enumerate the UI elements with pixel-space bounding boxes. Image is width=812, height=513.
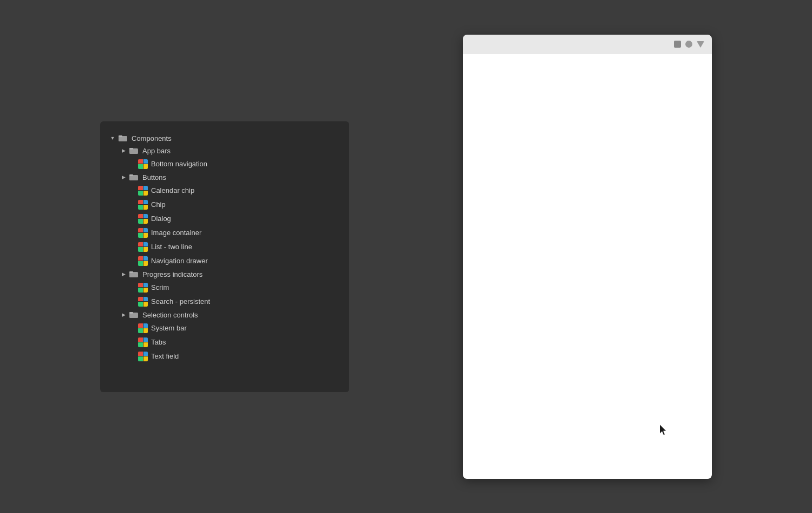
selection-controls-label: Selection controls (142, 311, 198, 319)
svg-rect-3 (129, 148, 133, 150)
cursor-icon (660, 425, 669, 436)
tree-root[interactable]: ▼ Components (106, 132, 344, 145)
search-persistent-icon (138, 297, 148, 307)
preview-panel (463, 35, 712, 479)
progress-indicators-arrow: ▶ (120, 270, 127, 278)
dialog-icon (138, 214, 148, 224)
preview-content (463, 54, 712, 479)
tree-item-chip[interactable]: Chip (106, 198, 344, 212)
calendar-chip-label: Calendar chip (151, 186, 194, 194)
tree-item-image-container[interactable]: Image container (106, 226, 344, 240)
preview-titlebar (463, 35, 712, 54)
progress-indicators-label: Progress indicators (142, 270, 202, 278)
tree-item-navigation-drawer[interactable]: Navigation drawer (106, 254, 344, 268)
tabs-icon (138, 337, 148, 347)
tree-item-scrim[interactable]: Scrim (106, 281, 344, 295)
root-folder-icon (119, 134, 128, 142)
navigation-drawer-icon (138, 256, 148, 266)
tree-item-search-persistent[interactable]: Search - persistent (106, 295, 344, 309)
tree-item-tabs[interactable]: Tabs (106, 335, 344, 349)
svg-rect-7 (129, 271, 133, 273)
image-container-icon (138, 228, 148, 238)
scrim-label: Scrim (151, 283, 169, 291)
tree-item-dialog[interactable]: Dialog (106, 212, 344, 226)
root-label: Components (132, 134, 172, 142)
selection-controls-folder-icon (129, 311, 139, 319)
app-bars-folder-icon (129, 147, 139, 154)
titlebar-triangle-btn[interactable] (697, 41, 704, 48)
tree-item-list-two-line[interactable]: List - two line (106, 240, 344, 254)
buttons-label: Buttons (142, 173, 166, 181)
tree-item-buttons[interactable]: ▶ Buttons (106, 171, 344, 184)
calendar-chip-icon (138, 186, 148, 196)
svg-rect-1 (119, 135, 122, 137)
tree-item-system-bar[interactable]: System bar (106, 321, 344, 335)
list-two-line-label: List - two line (151, 243, 192, 251)
tree-item-text-field[interactable]: Text field (106, 349, 344, 363)
buttons-folder-icon (129, 173, 139, 181)
svg-rect-9 (129, 312, 133, 314)
svg-rect-5 (129, 174, 133, 176)
chip-icon (138, 200, 148, 210)
buttons-arrow: ▶ (120, 173, 127, 181)
selection-controls-arrow: ▶ (120, 311, 127, 319)
tabs-label: Tabs (151, 338, 166, 346)
system-bar-icon (138, 323, 148, 333)
tree-item-bottom-navigation[interactable]: Bottom navigation (106, 157, 344, 171)
text-field-label: Text field (151, 352, 179, 360)
text-field-icon (138, 352, 148, 361)
system-bar-label: System bar (151, 324, 187, 332)
titlebar-square-btn[interactable] (674, 41, 681, 48)
bottom-navigation-label: Bottom navigation (151, 160, 207, 168)
bottom-navigation-icon (138, 159, 148, 169)
app-bars-label: App bars (142, 147, 171, 155)
dialog-label: Dialog (151, 215, 171, 223)
app-bars-arrow: ▶ (120, 147, 127, 154)
tree-item-app-bars[interactable]: ▶ App bars (106, 145, 344, 157)
root-arrow: ▼ (109, 134, 116, 142)
titlebar-circle-btn[interactable] (685, 41, 692, 48)
tree-item-selection-controls[interactable]: ▶ Selection controls (106, 309, 344, 321)
tree-panel: ▼ Components ▶ App bars Bottom navigatio… (100, 121, 349, 392)
search-persistent-label: Search - persistent (151, 297, 210, 306)
image-container-label: Image container (151, 229, 201, 237)
progress-indicators-folder-icon (129, 270, 139, 278)
chip-label: Chip (151, 200, 166, 209)
list-two-line-icon (138, 242, 148, 252)
scrim-icon (138, 283, 148, 293)
tree-item-calendar-chip[interactable]: Calendar chip (106, 184, 344, 198)
navigation-drawer-label: Navigation drawer (151, 257, 208, 265)
tree-item-progress-indicators[interactable]: ▶ Progress indicators (106, 268, 344, 281)
